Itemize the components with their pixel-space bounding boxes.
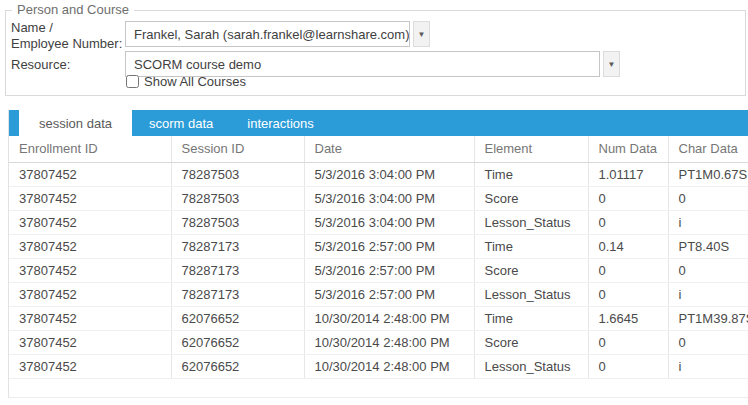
cell-session-id: 78287173 [171,282,304,306]
cell-session-id: 78287173 [171,258,304,282]
table-body: 37807452 78287503 5/3/2016 3:04:00 PM Ti… [9,162,748,378]
cell-num-data: 1.01117 [588,162,668,186]
cell-char-data: 0 [668,258,748,282]
tab-interactions[interactable]: interactions [230,110,330,136]
column-header-element[interactable]: Element [474,136,588,162]
show-all-courses-label: Show All Courses [144,74,246,89]
cell-enrollment-id: 37807452 [9,330,171,354]
cell-session-id: 78287503 [171,162,304,186]
cell-session-id: 78287503 [171,210,304,234]
cell-num-data: 0 [588,258,668,282]
column-header-char-data[interactable]: Char Data [668,136,748,162]
cell-char-data: i [668,354,748,378]
table-row[interactable]: 37807452 62076652 10/30/2014 2:48:00 PM … [9,330,748,354]
cell-session-id: 78287173 [171,234,304,258]
column-header-session-id[interactable]: Session ID [171,136,304,162]
cell-date: 5/3/2016 2:57:00 PM [304,258,474,282]
cell-date: 10/30/2014 2:48:00 PM [304,330,474,354]
tab-scorm-data[interactable]: scorm data [132,110,230,136]
cell-session-id: 62076652 [171,330,304,354]
table-row[interactable]: 37807452 78287503 5/3/2016 3:04:00 PM Le… [9,210,748,234]
cell-element: Time [474,162,588,186]
cell-element: Score [474,330,588,354]
name-employee-combobox[interactable]: Frankel, Sarah (sarah.frankel@learnshare… [125,21,430,47]
cell-element: Time [474,306,588,330]
tab-session-data[interactable]: session data [19,110,132,136]
chevron-down-icon: ▼ [608,60,616,69]
name-dropdown-button[interactable]: ▼ [413,21,430,47]
cell-char-data: PT1M39.87S [668,306,748,330]
cell-date: 10/30/2014 2:48:00 PM [304,354,474,378]
cell-enrollment-id: 37807452 [9,258,171,282]
cell-date: 5/3/2016 2:57:00 PM [304,234,474,258]
name-employee-label: Name / Employee Number: [11,20,122,52]
cell-session-id: 62076652 [171,354,304,378]
cell-element: Lesson_Status [474,210,588,234]
cell-element: Lesson_Status [474,354,588,378]
table-row[interactable]: 37807452 78287173 5/3/2016 2:57:00 PM Sc… [9,258,748,282]
cell-enrollment-id: 37807452 [9,162,171,186]
name-employee-value[interactable]: Frankel, Sarah (sarah.frankel@learnshare… [125,21,410,47]
cell-char-data: PT8.40S [668,234,748,258]
table-row[interactable]: 37807452 62076652 10/30/2014 2:48:00 PM … [9,354,748,378]
cell-enrollment-id: 37807452 [9,186,171,210]
table-row[interactable]: 37807452 62076652 10/30/2014 2:48:00 PM … [9,306,748,330]
cell-date: 5/3/2016 3:04:00 PM [304,186,474,210]
column-header-date[interactable]: Date [304,136,474,162]
show-all-courses-checkbox[interactable] [126,75,139,88]
cell-date: 5/3/2016 3:04:00 PM [304,210,474,234]
session-data-table: Enrollment ID Session ID Date Element Nu… [9,136,748,379]
tab-strip: session data scorm data interactions [9,110,748,136]
cell-num-data: 0 [588,354,668,378]
cell-element: Time [474,234,588,258]
cell-date: 10/30/2014 2:48:00 PM [304,306,474,330]
cell-enrollment-id: 37807452 [9,306,171,330]
cell-num-data: 0 [588,282,668,306]
cell-char-data: 0 [668,330,748,354]
cell-enrollment-id: 37807452 [9,282,171,306]
cell-char-data: PT1M0.67S [668,162,748,186]
cell-num-data: 0 [588,330,668,354]
cell-session-id: 78287503 [171,186,304,210]
cell-num-data: 1.6645 [588,306,668,330]
cell-date: 5/3/2016 3:04:00 PM [304,162,474,186]
resource-dropdown-button[interactable]: ▼ [603,51,620,77]
cell-num-data: 0 [588,186,668,210]
cell-char-data: i [668,210,748,234]
cell-element: Lesson_Status [474,282,588,306]
person-course-legend: Person and Course [12,2,134,17]
person-course-group: Person and Course Name / Employee Number… [5,10,746,96]
session-data-panel: session data scorm data interactions Enr… [8,110,748,398]
cell-enrollment-id: 37807452 [9,210,171,234]
cell-enrollment-id: 37807452 [9,234,171,258]
cell-char-data: i [668,282,748,306]
chevron-down-icon: ▼ [418,30,426,39]
table-header-row: Enrollment ID Session ID Date Element Nu… [9,136,748,162]
table-row[interactable]: 37807452 78287173 5/3/2016 2:57:00 PM Ti… [9,234,748,258]
table-row[interactable]: 37807452 78287503 5/3/2016 3:04:00 PM Ti… [9,162,748,186]
table-row[interactable]: 37807452 78287503 5/3/2016 3:04:00 PM Sc… [9,186,748,210]
column-header-num-data[interactable]: Num Data [588,136,668,162]
cell-num-data: 0 [588,210,668,234]
scorm-report-window: Person and Course Name / Employee Number… [0,0,748,405]
cell-element: Score [474,186,588,210]
column-header-enrollment-id[interactable]: Enrollment ID [9,136,171,162]
table-row[interactable]: 37807452 78287173 5/3/2016 2:57:00 PM Le… [9,282,748,306]
cell-element: Score [474,258,588,282]
cell-num-data: 0.14 [588,234,668,258]
cell-char-data: 0 [668,186,748,210]
cell-date: 5/3/2016 2:57:00 PM [304,282,474,306]
show-all-courses-row: Show All Courses [126,74,246,89]
cell-session-id: 62076652 [171,306,304,330]
cell-enrollment-id: 37807452 [9,354,171,378]
resource-label: Resource: [11,57,70,73]
